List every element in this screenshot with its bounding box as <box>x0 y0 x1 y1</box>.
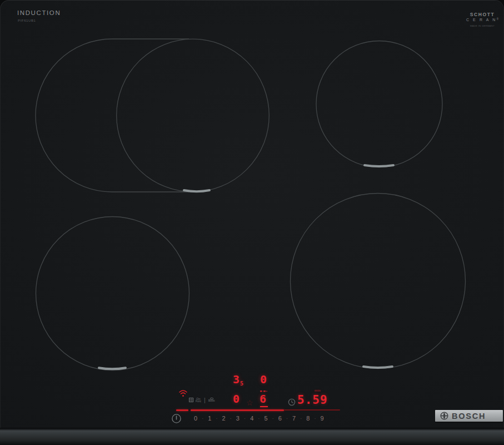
slider-separator: · <box>269 416 276 421</box>
combi-zone-stadium-outline <box>36 39 189 192</box>
wifi-icon <box>178 389 188 397</box>
combi-zone-marker-tick <box>184 190 209 191</box>
power-icon[interactable] <box>171 413 182 424</box>
slider-separator: · <box>241 416 248 421</box>
schott-ceran-logo: SCHOTT C E R A N® MADE IN GERMANY <box>466 12 499 27</box>
level-slider-numbers[interactable]: 0·1·2·3·4·5·6·7·8·9 <box>192 415 326 422</box>
slider-level-1[interactable]: 1 <box>206 415 213 422</box>
function-keys-area[interactable]: On Func | Boost <box>189 397 214 403</box>
bosch-wordmark: BOSCH <box>452 412 486 421</box>
slider-separator: · <box>213 416 220 421</box>
cooktop-glass-surface: INDUCTION PIF61UB1 SCHOTT C E R A N® MAD… <box>0 0 504 428</box>
boost-key[interactable]: Boost <box>208 398 215 403</box>
clock-icon[interactable] <box>288 398 296 406</box>
slider-level-4[interactable]: 4 <box>248 415 255 422</box>
timer-unit-label: min <box>315 389 321 392</box>
rear-right-marker-tick <box>365 165 393 166</box>
front-left-marker-tick <box>99 368 126 369</box>
selected-zone-underline <box>260 406 268 407</box>
slider-separator: · <box>227 416 234 421</box>
schott-wordmark: SCHOTT <box>466 12 499 17</box>
combi-zone-circle-outline <box>117 39 270 192</box>
on-func-key[interactable]: On Func <box>196 397 201 403</box>
pan-grid-icon <box>189 398 193 402</box>
bosch-anchor-icon <box>440 412 448 420</box>
ceran-wordmark: C E R A N <box>466 18 497 22</box>
slider-track-zero-segment <box>176 409 188 411</box>
rear-right-zone-outline <box>316 41 442 167</box>
slider-track-inactive[interactable] <box>284 409 340 411</box>
half-step-digit: 5 <box>240 380 243 387</box>
slider-level-2[interactable]: 2 <box>221 415 227 422</box>
slider-level-7[interactable]: 7 <box>291 415 297 422</box>
bosch-badge: BOSCH <box>435 410 503 422</box>
registered-mark: ® <box>497 18 498 21</box>
slider-separator: · <box>283 416 291 421</box>
slider-level-3[interactable]: 3 <box>234 415 241 422</box>
slider-level-5[interactable]: 5 <box>262 415 269 422</box>
timer-display: 5.59 <box>297 394 328 406</box>
rear-right-zone-display: 0 <box>260 374 267 385</box>
slider-level-8[interactable]: 8 <box>305 415 311 422</box>
rear-left-zone-display: 35 <box>233 374 243 385</box>
schott-subtext: MADE IN GERMANY <box>466 24 499 27</box>
slider-level-9[interactable]: 9 <box>319 415 326 422</box>
slider-level-6[interactable]: 6 <box>277 415 283 422</box>
front-left-zone-outline <box>36 217 189 370</box>
slider-separator: · <box>199 416 206 421</box>
front-left-zone-display: 0 <box>233 393 239 404</box>
front-right-marker-tick <box>363 367 392 368</box>
slider-level-0[interactable]: 0 <box>192 415 199 422</box>
cooking-zones-graphic <box>0 0 504 428</box>
slider-separator: · <box>255 416 262 421</box>
favorite-star-icon[interactable]: ☆ <box>246 398 253 407</box>
model-number: PIF61UB1 <box>18 19 36 22</box>
induction-label: INDUCTION <box>17 9 61 16</box>
divider-bar: | <box>204 397 206 403</box>
front-right-zone-display: 6 <box>260 393 266 404</box>
cooktop-front-edge <box>0 428 504 445</box>
slider-separator: · <box>311 416 318 421</box>
slider-separator: · <box>297 416 305 421</box>
slider-track-active[interactable] <box>191 409 284 411</box>
front-right-zone-outline <box>291 194 466 369</box>
